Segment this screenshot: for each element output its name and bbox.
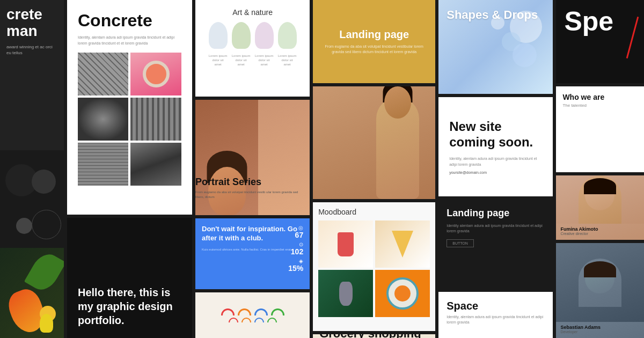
blue-stats: ◎ 67 ⊙ 102 ◈ 15% <box>288 225 303 273</box>
art-nature-title: Art & nature <box>203 8 302 17</box>
column-3: Art & nature Lorem ipsum dolor sit amet … <box>195 0 310 338</box>
card-art-nature: Art & nature Lorem ipsum dolor sit amet … <box>195 0 310 97</box>
bubble-3 <box>491 16 504 30</box>
landing2-title: Landing page <box>447 208 545 219</box>
card-crete-man: crete man award winning et ac orci eu te… <box>0 0 64 150</box>
mood-cell-vase <box>318 270 373 317</box>
photo-cell-2 <box>78 98 129 141</box>
who-we-are-title: Who we are <box>562 93 638 101</box>
landing-page-sub: From eugiamo da aba sit volutpat tincidu… <box>321 44 427 55</box>
mood-cell-cup <box>318 221 373 268</box>
person2-name: Sebastian Adams <box>560 325 601 330</box>
photo-cell-pink <box>130 53 181 95</box>
stat-1-icon: ◎ <box>288 225 303 231</box>
portrait-series-sub: From eugiamo da aba sit volutpat tincidu… <box>195 190 303 199</box>
card-person-fumina: Fumina Akimoto Creative director <box>556 175 644 240</box>
landing2-sub: Identity alentam adura adi ipsum gravida… <box>447 223 545 234</box>
landing-page-title: Landing page <box>339 28 409 41</box>
flowers-desc: Lorem ipsum dolor sit amet Lorem ipsum d… <box>203 54 302 67</box>
stat-3-icon: ◈ <box>288 258 303 264</box>
card-moodboard: Moodboard <box>313 202 435 331</box>
concrete-photo-grid <box>78 53 181 186</box>
who-we-are-sub: The talented <box>562 103 638 108</box>
mood-cell-plate <box>375 270 430 317</box>
photo-cell-1 <box>78 53 129 95</box>
stat-2-num: 102 <box>288 247 303 256</box>
cup-shape <box>338 232 354 256</box>
column-2: Concrete Identity, alentam adura adi ips… <box>67 0 192 338</box>
bubble-4 <box>513 43 537 67</box>
person1-role: Creative director <box>560 232 598 236</box>
card-fruits <box>0 248 64 338</box>
card-who-are: Who we are The talented <box>556 86 644 172</box>
moodboard-grid <box>318 221 430 317</box>
column-6: Spe Who we are The talented Fumina Akimo… <box>556 0 644 338</box>
stat-1: ◎ 67 <box>288 225 303 239</box>
card-shapes-drops: Shapes & Drops <box>438 0 553 94</box>
card-person-sebastian: Sebastian Adams Developer <box>556 243 644 338</box>
person2-role: Developer <box>560 330 601 334</box>
flower-2 <box>232 22 251 49</box>
woman-head <box>384 86 411 119</box>
grocery-shopping-text: Grocery shopping <box>319 334 421 338</box>
card-landing-page-gold: Landing page From eugiamo da aba sit vol… <box>313 0 435 83</box>
space-sub: Identity, alentam adura adi ipsum gravid… <box>447 314 545 325</box>
card-new-site: New site coming soon. Identity, alentam … <box>438 97 553 196</box>
concrete-sub: Identity, alentam adura adi ipsum gravid… <box>78 35 181 46</box>
new-site-link: yoursite@domain.com <box>449 171 542 174</box>
new-site-title: New site coming soon. <box>449 119 542 150</box>
card-space: Space Identity, alentam adura adi ipsum … <box>438 292 553 338</box>
space-title: Space <box>447 300 545 312</box>
hello-portfolio-text: Hello there, this is my graphic design p… <box>78 285 181 327</box>
column-4: Landing page From eugiamo da aba sit vol… <box>313 0 435 338</box>
column-5: Shapes & Drops New site coming soon. Ide… <box>438 0 553 338</box>
portrait-text: Portrait Series From eugiamo da aba sit … <box>195 177 303 199</box>
card-hello: Hello there, this is my graphic design p… <box>67 218 192 338</box>
flower-4 <box>278 22 297 49</box>
orange-slice <box>394 285 411 302</box>
plate-circle <box>386 277 419 310</box>
landing2-button[interactable]: BUTTON <box>447 239 474 247</box>
mood-cell-cone <box>375 221 430 268</box>
person1-name: Fumina Akimoto <box>560 226 598 232</box>
new-site-sub: Identity, alentam adura adi ipsum gravid… <box>449 156 542 167</box>
flower-3 <box>255 22 274 49</box>
person1-info: Fumina Akimoto Creative director <box>560 226 598 236</box>
photo-cell-5 <box>130 143 181 186</box>
cone-shape <box>392 231 413 258</box>
crete-man-title: crete man <box>6 6 57 40</box>
card-blobs <box>0 153 64 245</box>
card-concrete: Concrete Identity, alentam adura adi ips… <box>67 0 192 215</box>
card-spe: Spe <box>556 0 644 83</box>
photo-cell-4 <box>78 143 129 186</box>
vase-shape <box>339 282 353 306</box>
card-grocery: Grocery shopping <box>313 334 435 338</box>
flower-1 <box>209 22 228 49</box>
card-pattern <box>195 292 310 338</box>
moodboard-title: Moodboard <box>318 208 430 216</box>
stat-2-icon: ⊙ <box>288 241 303 247</box>
photo-cell-3 <box>130 98 181 141</box>
stat-3-num: 15% <box>288 264 303 273</box>
portrait-series-title: Portrait Series <box>195 177 303 188</box>
person2-info: Sebastian Adams Developer <box>560 325 601 334</box>
card-blue-quote: Don't wait for inspiration. Go after it … <box>195 218 310 289</box>
card-portrait-series: Portrait Series From eugiamo da aba sit … <box>195 100 310 215</box>
concrete-title: Concrete <box>78 11 181 31</box>
stat-2: ⊙ 102 <box>288 241 303 256</box>
woman-silhouette <box>376 97 419 199</box>
column-1: crete man award winning et ac orci eu te… <box>0 0 64 338</box>
spe-title: Spe <box>564 8 636 35</box>
card-landing-dark: Landing page Identity alentam adura adi … <box>438 200 553 285</box>
stat-3: ◈ 15% <box>288 258 303 273</box>
flowers-row <box>203 22 302 49</box>
main-grid: crete man award winning et ac orci eu te… <box>0 0 644 338</box>
crete-man-sub: award winning et ac orci eu tellus <box>6 44 57 56</box>
stat-1-num: 67 <box>288 231 303 239</box>
card-woman-portrait <box>313 86 435 199</box>
